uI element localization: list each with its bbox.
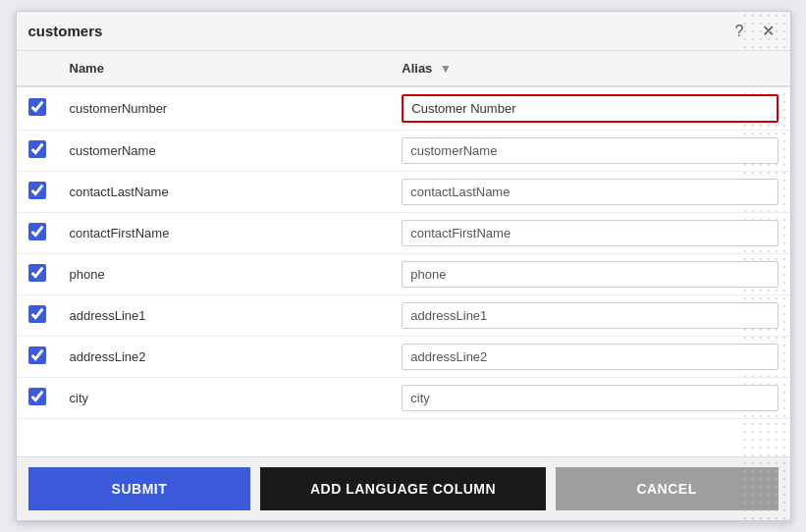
table-row: customerName — [17, 131, 790, 172]
alias-cell — [390, 337, 789, 378]
alias-input[interactable] — [402, 220, 778, 246]
alias-cell — [390, 378, 789, 419]
dialog-title: customers — [28, 23, 103, 39]
checkbox-cell — [17, 86, 58, 131]
row-name: addressLine1 — [58, 295, 391, 337]
close-button[interactable]: ✕ — [758, 20, 779, 42]
alias-cell — [390, 172, 789, 213]
row-checkbox[interactable] — [28, 223, 46, 240]
col-alias-label: Alias — [402, 61, 432, 76]
row-checkbox[interactable] — [28, 98, 46, 116]
checkbox-cell — [17, 378, 58, 419]
alias-input[interactable] — [402, 385, 778, 411]
alias-cell — [390, 295, 789, 337]
dialog-header: customers ? ✕ — [17, 12, 790, 51]
checkbox-cell — [17, 131, 58, 172]
row-name: customerNumber — [58, 86, 391, 131]
alias-input[interactable] — [402, 137, 778, 164]
table-header-row: Name Alias ▼ — [17, 51, 790, 86]
checkbox-cell — [17, 213, 58, 254]
row-checkbox[interactable] — [28, 182, 46, 199]
row-name: customerName — [58, 131, 391, 172]
cancel-button[interactable]: CANCEL — [556, 467, 779, 510]
row-checkbox[interactable] — [28, 140, 46, 158]
submit-button[interactable]: SUBMIT — [28, 467, 251, 510]
alias-input[interactable] — [402, 302, 778, 329]
table-row: addressLine1 — [17, 295, 790, 337]
row-name: addressLine2 — [58, 337, 391, 378]
alias-cell — [390, 254, 789, 295]
col-header-name: Name — [58, 51, 391, 86]
col-name-label: Name — [70, 61, 104, 76]
alias-cell — [390, 213, 789, 254]
table-row: addressLine2 — [17, 337, 790, 378]
alias-input[interactable] — [402, 344, 778, 370]
table-row: contactFirstName — [17, 213, 790, 254]
row-checkbox[interactable] — [28, 388, 46, 405]
table-body: customerNumbercustomerNamecontactLastNam… — [17, 86, 790, 419]
row-name: contactFirstName — [58, 213, 391, 254]
checkbox-cell — [17, 172, 58, 213]
table-row: city — [17, 378, 790, 419]
help-button[interactable]: ? — [731, 21, 748, 42]
row-checkbox[interactable] — [28, 346, 46, 364]
row-name: city — [58, 378, 391, 419]
table-row: phone — [17, 254, 790, 295]
row-checkbox[interactable] — [28, 305, 46, 323]
add-language-button[interactable]: ADD LANGUAGE COLUMN — [260, 467, 545, 510]
alias-filter-icon[interactable]: ▼ — [440, 62, 452, 76]
checkbox-cell — [17, 254, 58, 295]
col-header-alias: Alias ▼ — [390, 51, 789, 86]
dialog: customers ? ✕ Name Alias ▼ — [16, 11, 791, 521]
table-container: Name Alias ▼ customerNumbercustomerNamec… — [17, 51, 790, 456]
table-row: customerNumber — [17, 86, 790, 131]
row-checkbox[interactable] — [28, 264, 46, 282]
alias-input[interactable] — [402, 94, 778, 123]
dialog-footer: SUBMIT ADD LANGUAGE COLUMN CANCEL — [17, 456, 790, 520]
alias-cell — [390, 131, 789, 172]
row-name: contactLastName — [58, 172, 391, 213]
columns-table: Name Alias ▼ customerNumbercustomerNamec… — [17, 51, 790, 419]
alias-input[interactable] — [402, 261, 778, 288]
alias-cell — [390, 86, 789, 131]
table-row: contactLastName — [17, 172, 790, 213]
header-icons: ? ✕ — [731, 20, 779, 42]
col-header-checkbox — [17, 51, 58, 86]
alias-input[interactable] — [402, 179, 778, 205]
checkbox-cell — [17, 295, 58, 337]
row-name: phone — [58, 254, 391, 295]
checkbox-cell — [17, 337, 58, 378]
